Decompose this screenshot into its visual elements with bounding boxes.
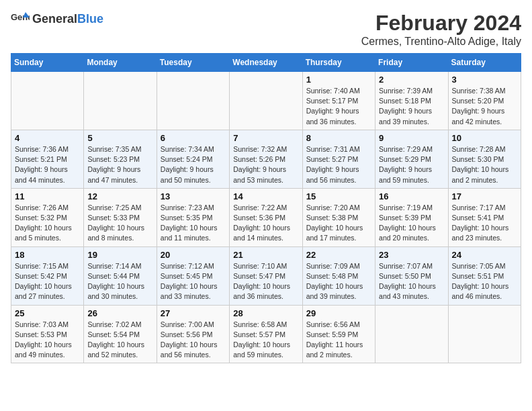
day-number: 14 (233, 191, 298, 201)
day-info: Sunrise: 7:40 AM Sunset: 5:17 PM Dayligh… (306, 86, 371, 127)
day-number: 20 (161, 250, 226, 260)
day-cell: 10Sunrise: 7:28 AM Sunset: 5:30 PM Dayli… (448, 130, 521, 188)
day-info: Sunrise: 7:26 AM Sunset: 5:32 PM Dayligh… (15, 203, 80, 244)
day-info: Sunrise: 7:34 AM Sunset: 5:24 PM Dayligh… (161, 144, 226, 185)
day-cell (84, 72, 157, 130)
day-info: Sunrise: 7:35 AM Sunset: 5:23 PM Dayligh… (87, 144, 152, 185)
day-cell (11, 72, 84, 130)
logo-general: General (32, 12, 77, 26)
day-number: 22 (306, 250, 371, 260)
day-number: 25 (15, 308, 80, 318)
day-info: Sunrise: 7:38 AM Sunset: 5:20 PM Dayligh… (452, 86, 517, 127)
day-info: Sunrise: 7:14 AM Sunset: 5:44 PM Dayligh… (87, 261, 152, 302)
day-cell: 18Sunrise: 7:15 AM Sunset: 5:42 PM Dayli… (11, 246, 84, 305)
day-cell: 22Sunrise: 7:09 AM Sunset: 5:48 PM Dayli… (302, 246, 375, 305)
day-cell: 20Sunrise: 7:12 AM Sunset: 5:45 PM Dayli… (157, 246, 229, 305)
day-cell: 6Sunrise: 7:34 AM Sunset: 5:24 PM Daylig… (157, 130, 229, 188)
day-number: 16 (379, 191, 444, 201)
day-number: 28 (233, 308, 298, 318)
day-cell: 25Sunrise: 7:03 AM Sunset: 5:53 PM Dayli… (11, 305, 84, 363)
day-info: Sunrise: 7:05 AM Sunset: 5:51 PM Dayligh… (452, 261, 517, 302)
main-title: February 2024 (361, 11, 521, 36)
week-row-3: 11Sunrise: 7:26 AM Sunset: 5:32 PM Dayli… (11, 188, 521, 246)
day-info: Sunrise: 7:20 AM Sunset: 5:38 PM Dayligh… (306, 203, 371, 244)
day-number: 21 (233, 250, 298, 260)
week-row-2: 4Sunrise: 7:36 AM Sunset: 5:21 PM Daylig… (11, 130, 521, 188)
day-info: Sunrise: 7:09 AM Sunset: 5:48 PM Dayligh… (306, 261, 371, 302)
col-header-wednesday: Wednesday (230, 54, 302, 72)
day-number: 1 (306, 75, 371, 85)
day-number: 6 (161, 133, 226, 143)
day-cell: 2Sunrise: 7:39 AM Sunset: 5:18 PM Daylig… (375, 72, 448, 130)
col-header-monday: Monday (84, 54, 157, 72)
day-cell: 8Sunrise: 7:31 AM Sunset: 5:27 PM Daylig… (302, 130, 375, 188)
day-number: 15 (306, 191, 371, 201)
day-number: 8 (306, 133, 371, 143)
week-row-4: 18Sunrise: 7:15 AM Sunset: 5:42 PM Dayli… (11, 246, 521, 305)
day-cell: 24Sunrise: 7:05 AM Sunset: 5:51 PM Dayli… (448, 246, 521, 305)
day-cell: 23Sunrise: 7:07 AM Sunset: 5:50 PM Dayli… (375, 246, 448, 305)
day-info: Sunrise: 7:25 AM Sunset: 5:33 PM Dayligh… (87, 203, 152, 244)
logo: General GeneralBlue (11, 11, 103, 27)
day-info: Sunrise: 7:03 AM Sunset: 5:53 PM Dayligh… (15, 320, 80, 361)
day-number: 27 (161, 308, 226, 318)
day-cell (448, 305, 521, 363)
day-cell: 19Sunrise: 7:14 AM Sunset: 5:44 PM Dayli… (84, 246, 157, 305)
day-number: 19 (87, 250, 152, 260)
day-info: Sunrise: 7:23 AM Sunset: 5:35 PM Dayligh… (161, 203, 226, 244)
col-header-sunday: Sunday (11, 54, 84, 72)
title-area: February 2024 Cermes, Trentino-Alto Adig… (361, 11, 521, 48)
day-cell (230, 72, 302, 130)
day-cell: 13Sunrise: 7:23 AM Sunset: 5:35 PM Dayli… (157, 188, 229, 246)
sub-title: Cermes, Trentino-Alto Adige, Italy (361, 36, 521, 48)
day-info: Sunrise: 7:19 AM Sunset: 5:39 PM Dayligh… (379, 203, 444, 244)
day-info: Sunrise: 7:29 AM Sunset: 5:29 PM Dayligh… (379, 144, 444, 185)
day-info: Sunrise: 7:39 AM Sunset: 5:18 PM Dayligh… (379, 86, 444, 127)
day-number: 10 (452, 133, 517, 143)
logo-icon: General (11, 11, 30, 27)
calendar-table: SundayMondayTuesdayWednesdayThursdayFrid… (11, 53, 521, 363)
day-cell: 5Sunrise: 7:35 AM Sunset: 5:23 PM Daylig… (84, 130, 157, 188)
day-number: 9 (379, 133, 444, 143)
day-info: Sunrise: 6:56 AM Sunset: 5:59 PM Dayligh… (306, 320, 371, 361)
day-number: 24 (452, 250, 517, 260)
day-cell: 29Sunrise: 6:56 AM Sunset: 5:59 PM Dayli… (302, 305, 375, 363)
day-cell (375, 305, 448, 363)
day-cell: 3Sunrise: 7:38 AM Sunset: 5:20 PM Daylig… (448, 72, 521, 130)
day-info: Sunrise: 7:00 AM Sunset: 5:56 PM Dayligh… (161, 320, 226, 361)
day-cell: 12Sunrise: 7:25 AM Sunset: 5:33 PM Dayli… (84, 188, 157, 246)
day-cell: 11Sunrise: 7:26 AM Sunset: 5:32 PM Dayli… (11, 188, 84, 246)
day-info: Sunrise: 7:32 AM Sunset: 5:26 PM Dayligh… (233, 144, 298, 185)
week-row-1: 1Sunrise: 7:40 AM Sunset: 5:17 PM Daylig… (11, 72, 521, 130)
day-number: 5 (87, 133, 152, 143)
day-info: Sunrise: 7:28 AM Sunset: 5:30 PM Dayligh… (452, 144, 517, 185)
day-number: 17 (452, 191, 517, 201)
day-info: Sunrise: 7:22 AM Sunset: 5:36 PM Dayligh… (233, 203, 298, 244)
day-cell: 4Sunrise: 7:36 AM Sunset: 5:21 PM Daylig… (11, 130, 84, 188)
col-header-tuesday: Tuesday (157, 54, 229, 72)
col-header-saturday: Saturday (448, 54, 521, 72)
day-cell: 27Sunrise: 7:00 AM Sunset: 5:56 PM Dayli… (157, 305, 229, 363)
day-number: 3 (452, 75, 517, 85)
day-info: Sunrise: 7:17 AM Sunset: 5:41 PM Dayligh… (452, 203, 517, 244)
day-info: Sunrise: 7:02 AM Sunset: 5:54 PM Dayligh… (87, 320, 152, 361)
day-info: Sunrise: 7:36 AM Sunset: 5:21 PM Dayligh… (15, 144, 80, 185)
day-number: 7 (233, 133, 298, 143)
day-cell: 17Sunrise: 7:17 AM Sunset: 5:41 PM Dayli… (448, 188, 521, 246)
day-number: 18 (15, 250, 80, 260)
day-number: 12 (87, 191, 152, 201)
day-cell: 15Sunrise: 7:20 AM Sunset: 5:38 PM Dayli… (302, 188, 375, 246)
header-row: SundayMondayTuesdayWednesdayThursdayFrid… (11, 54, 521, 72)
day-cell (157, 72, 229, 130)
logo-blue: Blue (77, 12, 103, 26)
day-info: Sunrise: 7:10 AM Sunset: 5:47 PM Dayligh… (233, 261, 298, 302)
day-info: Sunrise: 7:15 AM Sunset: 5:42 PM Dayligh… (15, 261, 80, 302)
day-info: Sunrise: 7:31 AM Sunset: 5:27 PM Dayligh… (306, 144, 371, 185)
day-number: 11 (15, 191, 80, 201)
day-info: Sunrise: 6:58 AM Sunset: 5:57 PM Dayligh… (233, 320, 298, 361)
day-cell: 9Sunrise: 7:29 AM Sunset: 5:29 PM Daylig… (375, 130, 448, 188)
day-cell: 28Sunrise: 6:58 AM Sunset: 5:57 PM Dayli… (230, 305, 302, 363)
col-header-thursday: Thursday (302, 54, 375, 72)
week-row-5: 25Sunrise: 7:03 AM Sunset: 5:53 PM Dayli… (11, 305, 521, 363)
day-number: 13 (161, 191, 226, 201)
